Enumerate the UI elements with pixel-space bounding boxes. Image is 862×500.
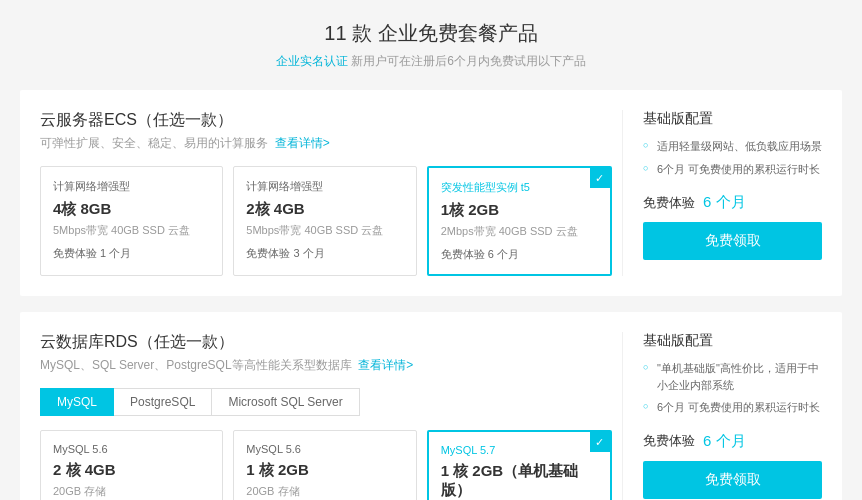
rds-card-1-detail: 20GB 存储: [246, 484, 403, 499]
rds-feature-1: 6个月 可免费使用的累积运行时长: [643, 399, 822, 416]
rds-get-btn[interactable]: 免费领取: [643, 461, 822, 499]
ecs-trial-months: 6 个月: [703, 193, 746, 212]
rds-card-2-label: MySQL 5.7: [441, 444, 598, 456]
ecs-trial-label: 免费体验: [643, 194, 695, 212]
rds-trial-info: 免费体验 6 个月: [643, 432, 822, 451]
rds-trial-months: 6 个月: [703, 432, 746, 451]
subtitle-text: 新用户可在注册后6个月内免费试用以下产品: [351, 54, 586, 68]
page-wrapper: 11 款 企业免费套餐产品 企业实名认证 新用户可在注册后6个月内免费试用以下产…: [0, 0, 862, 500]
ecs-title: 云服务器ECS（任选一款）: [40, 110, 330, 131]
rds-desc: MySQL、SQL Server、PostgreSQL等高性能关系型数据库 查看…: [40, 357, 413, 374]
ecs-title-group: 云服务器ECS（任选一款） 可弹性扩展、安全、稳定、易用的计算服务 查看详情>: [40, 110, 330, 152]
ecs-card-2-specs: 1核 2GB: [441, 201, 598, 220]
rds-right-title: 基础版配置: [643, 332, 822, 350]
ecs-card-1-specs: 2核 4GB: [246, 200, 403, 219]
tab-sqlserver[interactable]: Microsoft SQL Server: [211, 388, 359, 416]
rds-card-1[interactable]: MySQL 5.6 1 核 2GB 20GB 存储 免费体验 3 个月: [233, 430, 416, 500]
rds-card-0-specs: 2 核 4GB: [53, 461, 210, 480]
ecs-header: 云服务器ECS（任选一款） 可弹性扩展、安全、稳定、易用的计算服务 查看详情>: [40, 110, 612, 152]
ecs-card-2-trial: 免费体验 6 个月: [441, 247, 598, 262]
ecs-card-1-label: 计算网络增强型: [246, 179, 403, 194]
ecs-left-panel: 云服务器ECS（任选一款） 可弹性扩展、安全、稳定、易用的计算服务 查看详情> …: [40, 110, 612, 276]
rds-card-2-specs: 1 核 2GB（单机基础版）: [441, 462, 598, 500]
ecs-get-btn[interactable]: 免费领取: [643, 222, 822, 260]
rds-detail-link[interactable]: 查看详情>: [358, 358, 413, 372]
ecs-card-2-detail: 2Mbps带宽 40GB SSD 云盘: [441, 224, 598, 239]
rds-cards-row: MySQL 5.6 2 核 4GB 20GB 存储 免费体验 1 个月 MySQ…: [40, 430, 612, 500]
rds-title: 云数据库RDS（任选一款）: [40, 332, 413, 353]
rds-feature-0: "单机基础版"高性价比，适用于中小企业内部系统: [643, 360, 822, 393]
rds-title-group: 云数据库RDS（任选一款） MySQL、SQL Server、PostgreSQ…: [40, 332, 413, 374]
ecs-card-0-specs: 4核 8GB: [53, 200, 210, 219]
ecs-feature-1: 6个月 可免费使用的累积运行时长: [643, 161, 822, 178]
ecs-card-1-trial: 免费体验 3 个月: [246, 246, 403, 261]
rds-card-0-label: MySQL 5.6: [53, 443, 210, 455]
ecs-content: 云服务器ECS（任选一款） 可弹性扩展、安全、稳定、易用的计算服务 查看详情> …: [40, 110, 822, 276]
rds-features-list: "单机基础版"高性价比，适用于中小企业内部系统 6个月 可免费使用的累积运行时长: [643, 360, 822, 416]
page-title: 11 款 企业免费套餐产品: [0, 20, 862, 47]
rds-tabs-row: MySQL PostgreSQL Microsoft SQL Server: [40, 388, 612, 416]
ecs-card-2-check: ✓: [590, 168, 610, 188]
enterprise-cert-link[interactable]: 企业实名认证: [276, 54, 348, 68]
rds-card-2-check: ✓: [590, 432, 610, 452]
ecs-detail-link[interactable]: 查看详情>: [275, 136, 330, 150]
ecs-desc-text: 可弹性扩展、安全、稳定、易用的计算服务: [40, 136, 268, 150]
ecs-right-title: 基础版配置: [643, 110, 822, 128]
ecs-card-0-detail: 5Mbps带宽 40GB SSD 云盘: [53, 223, 210, 238]
tab-postgresql[interactable]: PostgreSQL: [113, 388, 212, 416]
rds-desc-text: MySQL、SQL Server、PostgreSQL等高性能关系型数据库: [40, 358, 352, 372]
ecs-right-panel: 基础版配置 适用轻量级网站、低负载应用场景 6个月 可免费使用的累积运行时长 免…: [622, 110, 822, 276]
rds-card-2[interactable]: ✓ MySQL 5.7 1 核 2GB（单机基础版） 20GB 存储 免费体验 …: [427, 430, 612, 500]
rds-header: 云数据库RDS（任选一款） MySQL、SQL Server、PostgreSQ…: [40, 332, 612, 374]
ecs-card-2[interactable]: ✓ 突发性能型实例 t5 1核 2GB 2Mbps带宽 40GB SSD 云盘 …: [427, 166, 612, 276]
ecs-section: 云服务器ECS（任选一款） 可弹性扩展、安全、稳定、易用的计算服务 查看详情> …: [20, 90, 842, 296]
ecs-trial-info: 免费体验 6 个月: [643, 193, 822, 212]
rds-card-0[interactable]: MySQL 5.6 2 核 4GB 20GB 存储 免费体验 1 个月: [40, 430, 223, 500]
rds-card-0-detail: 20GB 存储: [53, 484, 210, 499]
ecs-card-0-trial: 免费体验 1 个月: [53, 246, 210, 261]
ecs-card-0-label: 计算网络增强型: [53, 179, 210, 194]
ecs-cards-row: 计算网络增强型 4核 8GB 5Mbps带宽 40GB SSD 云盘 免费体验 …: [40, 166, 612, 276]
tab-mysql[interactable]: MySQL: [40, 388, 114, 416]
ecs-desc: 可弹性扩展、安全、稳定、易用的计算服务 查看详情>: [40, 135, 330, 152]
ecs-features-list: 适用轻量级网站、低负载应用场景 6个月 可免费使用的累积运行时长: [643, 138, 822, 177]
ecs-card-1[interactable]: 计算网络增强型 2核 4GB 5Mbps带宽 40GB SSD 云盘 免费体验 …: [233, 166, 416, 276]
rds-card-1-specs: 1 核 2GB: [246, 461, 403, 480]
ecs-feature-0: 适用轻量级网站、低负载应用场景: [643, 138, 822, 155]
ecs-card-2-label: 突发性能型实例 t5: [441, 180, 598, 195]
rds-card-1-label: MySQL 5.6: [246, 443, 403, 455]
rds-right-panel: 基础版配置 "单机基础版"高性价比，适用于中小企业内部系统 6个月 可免费使用的…: [622, 332, 822, 500]
ecs-card-0[interactable]: 计算网络增强型 4核 8GB 5Mbps带宽 40GB SSD 云盘 免费体验 …: [40, 166, 223, 276]
rds-section: 云数据库RDS（任选一款） MySQL、SQL Server、PostgreSQ…: [20, 312, 842, 500]
rds-content: 云数据库RDS（任选一款） MySQL、SQL Server、PostgreSQ…: [40, 332, 822, 500]
rds-trial-label: 免费体验: [643, 432, 695, 450]
ecs-card-1-detail: 5Mbps带宽 40GB SSD 云盘: [246, 223, 403, 238]
page-subtitle: 企业实名认证 新用户可在注册后6个月内免费试用以下产品: [0, 53, 862, 70]
rds-left-panel: 云数据库RDS（任选一款） MySQL、SQL Server、PostgreSQ…: [40, 332, 612, 500]
